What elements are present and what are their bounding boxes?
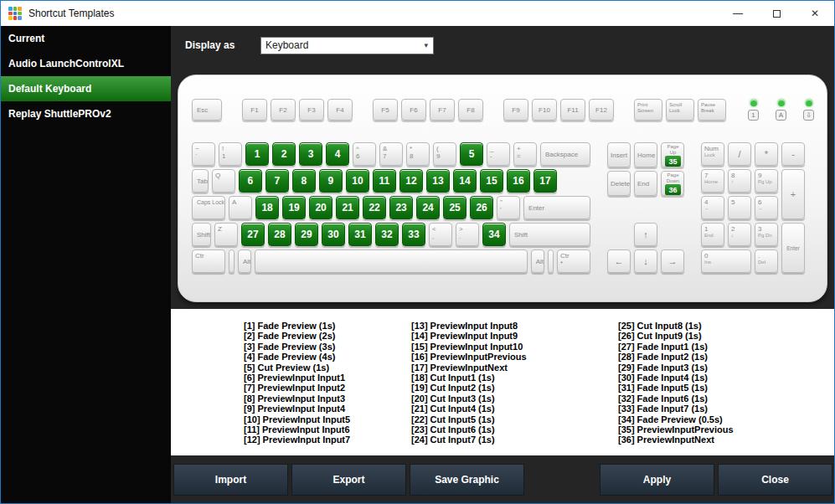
shortcut-entry: [1] Fade Preview (1s) bbox=[244, 321, 411, 331]
numpad-key-divide: / bbox=[728, 142, 751, 166]
scroll-lock-led: ⇩ bbox=[803, 100, 814, 121]
numpad-key-5: 5 bbox=[728, 196, 751, 219]
key-scroll-lock: ScrollLock bbox=[666, 99, 694, 121]
numpad-key-3: 3Pg Dn bbox=[755, 223, 778, 246]
key-f8: F8 bbox=[458, 99, 483, 121]
shortcut-entry: [10] PreviewInput Input5 bbox=[244, 414, 411, 424]
key-caps-lock: Caps Lock bbox=[192, 196, 225, 219]
key-page-up: Page Up35 bbox=[661, 142, 684, 167]
key-ctr-left: Ctr bbox=[192, 249, 225, 273]
numpad-key-plus: + bbox=[781, 169, 805, 219]
shortcut-entry: [23] Cut Input6 (1s) bbox=[411, 424, 618, 435]
key-shortcut-25: 25 bbox=[443, 196, 466, 219]
maximize-button[interactable] bbox=[757, 1, 796, 26]
export-button[interactable]: Export bbox=[291, 464, 406, 496]
key-quote: "' bbox=[497, 196, 520, 219]
numpad-key-0: 0Ins bbox=[701, 249, 751, 273]
key-arrow-down: ↓ bbox=[634, 249, 657, 273]
fkey-group-1: F1F2F3F4 bbox=[242, 99, 353, 121]
key-shortcut-27: 27 bbox=[241, 223, 265, 246]
key-backspace: Backspace bbox=[540, 142, 590, 166]
shortcut-entry: [28] Fade Input2 (1s) bbox=[618, 352, 834, 362]
fkey-group-3: F9F10F11F12 bbox=[503, 99, 614, 121]
import-button[interactable]: Import bbox=[173, 464, 288, 496]
key-shortcut-32: 32 bbox=[375, 223, 399, 246]
key-shortcut-34: 34 bbox=[482, 223, 506, 246]
key-shortcut-23: 23 bbox=[389, 196, 413, 219]
num-lock-led-dot bbox=[750, 100, 757, 106]
shortcut-badge-36: 36 bbox=[665, 184, 681, 195]
close-button[interactable]: ✕ bbox=[796, 1, 834, 26]
key-backtick: ~` bbox=[192, 142, 215, 166]
minimize-button[interactable]: — bbox=[719, 1, 757, 26]
key-shortcut-22: 22 bbox=[363, 196, 386, 219]
key-a: A bbox=[229, 196, 252, 219]
sidebar-item-audio-launchcontrolxl[interactable]: Audio LaunchControlXL bbox=[1, 51, 171, 76]
key-shortcut-33: 33 bbox=[402, 223, 425, 246]
app-icon bbox=[8, 7, 22, 20]
key-shortcut-13: 13 bbox=[426, 169, 450, 193]
numpad-key-9: 9Pg Up bbox=[755, 169, 778, 193]
shortcut-entry: [3] Fade Preview (3s) bbox=[244, 342, 411, 352]
save-graphic-button[interactable]: Save Graphic bbox=[410, 464, 524, 496]
keyboard-main: ~`!11234^6&7*8(95_-+=BackspaceTabQ678910… bbox=[192, 142, 813, 276]
sidebar-item-current[interactable]: Current bbox=[1, 26, 171, 51]
key-esc: Esc bbox=[192, 99, 222, 121]
key-shortcut-4: 4 bbox=[326, 142, 349, 166]
key-shift-left: Shift bbox=[192, 223, 211, 246]
scroll-lock-led-dot bbox=[806, 100, 812, 106]
caps-lock-led-icon: A bbox=[776, 110, 786, 121]
shortcut-entry: [17] PreviewInputNext bbox=[411, 363, 618, 373]
key-space bbox=[255, 249, 527, 273]
key-alt-left: Alt bbox=[238, 249, 251, 273]
sidebar-item-replay-shuttleprov2[interactable]: Replay ShuttlePROv2 bbox=[1, 101, 171, 126]
display-as-dropdown[interactable]: Keyboard ▾ bbox=[260, 37, 434, 54]
key-row-3: Caps LockA181920212223242526"'Enter bbox=[192, 196, 590, 219]
key-shortcut-5: 5 bbox=[460, 142, 483, 166]
key-comma: <, bbox=[429, 223, 452, 246]
main-key-block: ~`!11234^6&7*8(95_-+=BackspaceTabQ678910… bbox=[192, 142, 590, 276]
key-shortcut-11: 11 bbox=[373, 169, 396, 193]
shortcut-entry: [24] Cut Input7 (1s) bbox=[411, 435, 618, 445]
key-shortcut-15: 15 bbox=[480, 169, 503, 193]
key-shortcut-30: 30 bbox=[322, 223, 345, 246]
window-title: Shortcut Templates bbox=[28, 8, 115, 19]
key-z: Z bbox=[214, 223, 238, 246]
key-f6: F6 bbox=[401, 99, 426, 121]
key-blank-right bbox=[548, 249, 554, 273]
keyboard-stage: Esc F1F2F3F4F5F6F7F8F9F10F11F12 PrintScr… bbox=[171, 64, 834, 309]
key-minus: _- bbox=[487, 142, 510, 166]
key-enter: Enter bbox=[523, 196, 590, 219]
shortcut-entry: [9] PreviewInput Input4 bbox=[244, 404, 411, 414]
key-f12: F12 bbox=[589, 99, 614, 121]
key-shift-right: Shift bbox=[509, 223, 590, 246]
key-equals: += bbox=[513, 142, 537, 166]
key-row-4: ShiftZ27282930313233<,>.34Shift bbox=[192, 223, 590, 246]
shortcut-column-2: [13] PreviewInput Input8[14] PreviewInpu… bbox=[411, 321, 618, 455]
close-button[interactable]: Close bbox=[718, 464, 832, 496]
key-shortcut-12: 12 bbox=[399, 169, 423, 193]
key-f10: F10 bbox=[532, 99, 557, 121]
sidebar-item-default-keyboard[interactable]: Default Keyboard bbox=[1, 76, 171, 101]
nav-row-1: InsertHomePage Up35 bbox=[607, 142, 684, 167]
shortcut-entry: [4] Fade Preview (4s) bbox=[244, 352, 411, 362]
nav-key-block: InsertHomePage Up35DeleteEndPage Down36 … bbox=[607, 142, 684, 276]
key-end: End bbox=[634, 171, 657, 196]
key-ctr-right: Ctr* bbox=[557, 249, 590, 273]
shortcut-entry: [14] PreviewInput Input9 bbox=[411, 331, 618, 341]
key-arrow-left: ← bbox=[607, 249, 631, 273]
arrow-row-2: ←↓→ bbox=[607, 249, 684, 273]
apply-button[interactable]: Apply bbox=[600, 464, 714, 496]
key-shortcut-1: 1 bbox=[245, 142, 269, 166]
shortcut-entry: [21] Cut Input4 (1s) bbox=[411, 404, 618, 414]
key-arrow-up: ↑ bbox=[634, 223, 657, 246]
window-controls: — ✕ bbox=[719, 1, 834, 26]
key-f11: F11 bbox=[560, 99, 585, 121]
system-keys: PrintScreenScrollLockPauseBreak bbox=[634, 99, 726, 121]
key-shortcut-10: 10 bbox=[346, 169, 369, 193]
key-shortcut-7: 7 bbox=[265, 169, 289, 193]
key-q: Q bbox=[212, 169, 235, 193]
key-shortcut-18: 18 bbox=[255, 196, 279, 219]
key-f1: F1 bbox=[242, 99, 267, 121]
numpad-key-8: 8↑ bbox=[728, 169, 751, 193]
